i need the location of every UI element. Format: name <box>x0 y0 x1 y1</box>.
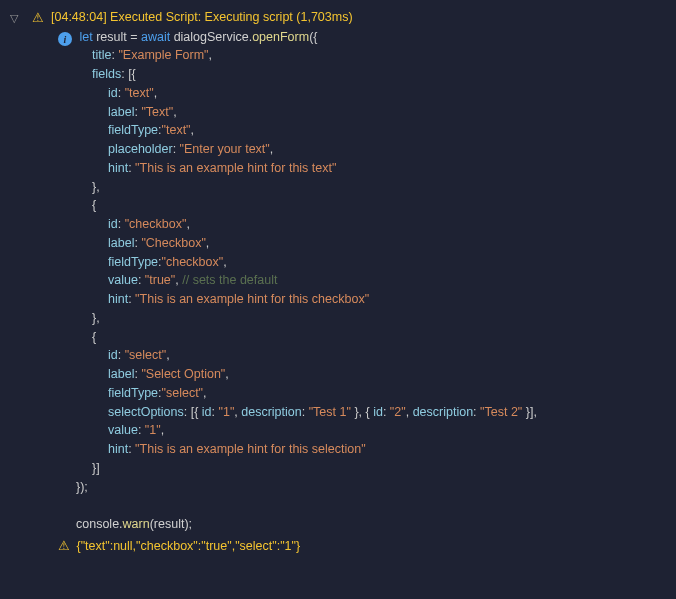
info-icon: i <box>58 32 72 46</box>
warning-icon: ⚠ <box>32 8 44 28</box>
keyword-let: let <box>79 30 92 44</box>
header-status: Executing script <box>205 10 293 24</box>
timestamp: [04:48:04] <box>51 10 107 24</box>
result-output: {"text":null,"checkbox":"true","select":… <box>76 539 300 553</box>
header-title: Executed Script: <box>110 10 201 24</box>
warning-icon: ⚠ <box>58 538 70 553</box>
collapse-toggle-icon[interactable]: ▽ <box>10 8 28 27</box>
log-header: ▽ ⚠ [04:48:04] Executed Script: Executin… <box>10 8 668 28</box>
result-line: ⚠ {"text":null,"checkbox":"true","select… <box>10 536 668 556</box>
code-first-line: i let result = await dialogService.openF… <box>10 28 668 47</box>
log-header-text: [04:48:04] Executed Script: Executing sc… <box>51 8 353 27</box>
header-duration: (1,703ms) <box>296 10 352 24</box>
code-body: title: "Example Form", fields: [{ id: "t… <box>10 46 668 534</box>
